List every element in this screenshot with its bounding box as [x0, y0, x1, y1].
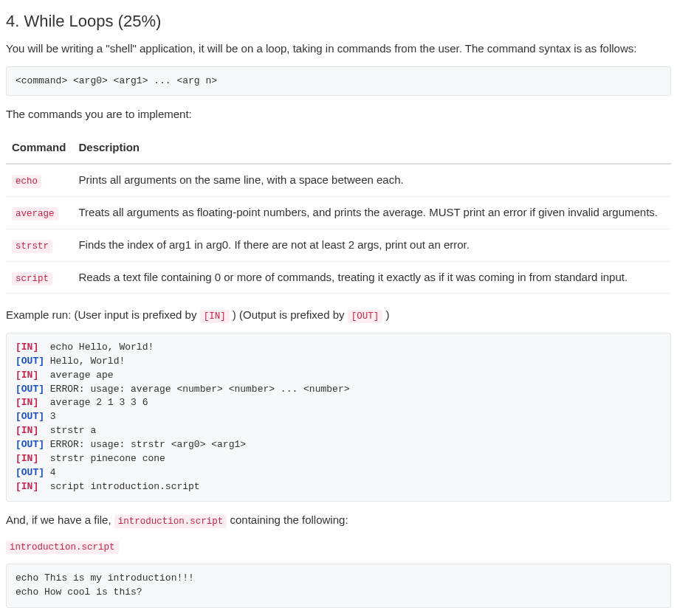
command-code: strstr	[12, 240, 52, 253]
in-tag: [IN]	[16, 397, 38, 408]
in-tag: [IN]	[16, 425, 38, 436]
out-tag: [OUT]	[16, 384, 44, 395]
in-tag: [IN]	[16, 481, 38, 492]
table-header-description: Description	[72, 132, 671, 165]
example-run-label: Example run: (User input is prefixed by …	[6, 307, 671, 324]
table-header-command: Command	[6, 132, 72, 165]
table-row: strstrFinds the index of arg1 in arg0. I…	[6, 229, 671, 261]
syntax-code-block: <command> <arg0> <arg1> ... <arg n>	[6, 66, 671, 97]
out-tag: [OUT]	[16, 411, 44, 422]
in-tag: [IN]	[16, 342, 38, 353]
out-tag: [OUT]	[16, 467, 44, 478]
out-tag-inline: [OUT]	[348, 310, 383, 323]
command-description: Treats all arguments as floating-point n…	[72, 197, 671, 229]
command-code: script	[12, 272, 52, 285]
file-sentence: And, if we have a file, introduction.scr…	[6, 512, 671, 529]
command-description: Prints all arguments on the same line, w…	[72, 164, 671, 196]
commands-intro: The commands you are to implement:	[6, 106, 671, 123]
command-description: Finds the index of arg1 in arg0. If ther…	[72, 229, 671, 261]
file-label: introduction.script	[6, 538, 671, 555]
intro-paragraph: You will be writing a "shell" applicatio…	[6, 41, 671, 58]
command-description: Reads a text file containing 0 or more o…	[72, 261, 671, 294]
file-contents-block: echo This is my introduction!!! echo How…	[6, 564, 671, 608]
table-row: averageTreats all arguments as floating-…	[6, 197, 671, 229]
file-name-inline: introduction.script	[114, 515, 227, 528]
in-tag: [IN]	[16, 453, 38, 464]
command-code: average	[12, 207, 58, 221]
table-row: echoPrints all arguments on the same lin…	[6, 164, 671, 196]
in-tag-inline: [IN]	[200, 310, 230, 323]
out-tag: [OUT]	[16, 439, 44, 450]
table-row: scriptReads a text file containing 0 or …	[6, 261, 671, 294]
out-tag: [OUT]	[16, 356, 44, 367]
in-tag: [IN]	[16, 370, 38, 381]
section-heading: 4. While Loops (25%)	[6, 9, 671, 33]
example-run-block: [IN] echo Hello, World! [OUT] Hello, Wor…	[6, 333, 671, 502]
command-code: echo	[12, 175, 41, 188]
commands-table: Command Description echoPrints all argum…	[6, 132, 671, 294]
